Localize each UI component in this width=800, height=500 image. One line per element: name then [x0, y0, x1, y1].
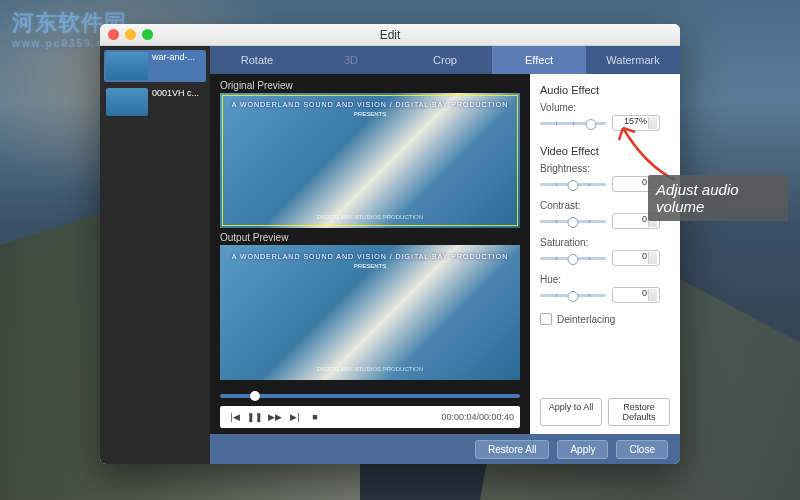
output-preview-label: Output Preview [220, 232, 520, 243]
pause-button[interactable]: ❚❚ [246, 409, 264, 425]
volume-field[interactable]: 157% [612, 115, 660, 131]
frame-presents-text: PRESENTS [220, 263, 520, 269]
brightness-label: Brightness: [540, 163, 670, 174]
frame-bottom-text: DIGITAL BAY STUDIOS PRODUCTION [220, 214, 520, 220]
tab-effect[interactable]: Effect [492, 46, 586, 74]
file-name-label: war-and-... [152, 52, 195, 63]
restore-all-button[interactable]: Restore All [475, 440, 549, 459]
tab-crop[interactable]: Crop [398, 46, 492, 74]
restore-defaults-button[interactable]: Restore Defaults [608, 398, 670, 426]
seek-slider[interactable] [220, 394, 520, 398]
video-effect-title: Video Effect [540, 145, 670, 157]
deinterlacing-label: Deinterlacing [557, 314, 615, 325]
file-sidebar: war-and-... 0001VH c... [100, 46, 210, 464]
bottom-bar: Restore All Apply Close [210, 434, 680, 464]
apply-to-all-button[interactable]: Apply to All [540, 398, 602, 426]
next-frame-button[interactable]: ▶▶ [266, 409, 284, 425]
hue-label: Hue: [540, 274, 670, 285]
contrast-slider[interactable] [540, 220, 606, 223]
skip-forward-button[interactable]: ▶| [286, 409, 304, 425]
saturation-slider[interactable] [540, 257, 606, 260]
saturation-field[interactable]: 0 [612, 250, 660, 266]
edit-window: Edit war-and-... 0001VH c... Rotate 3D C… [100, 24, 680, 464]
file-item[interactable]: 0001VH c... [104, 86, 206, 118]
stop-button[interactable]: ■ [306, 409, 324, 425]
window-title: Edit [100, 28, 680, 42]
transport-bar: |◀ ❚❚ ▶▶ ▶| ■ 00:00:04/00:00:40 [220, 384, 520, 428]
preview-panel: Original Preview A WONDERLAND SOUND AND … [210, 74, 530, 434]
effect-panel: Audio Effect Volume: 157% Video Effect B… [530, 74, 680, 434]
file-thumbnail [106, 52, 148, 80]
file-thumbnail [106, 88, 148, 116]
original-preview-label: Original Preview [220, 80, 520, 91]
saturation-label: Saturation: [540, 237, 670, 248]
volume-slider[interactable] [540, 122, 606, 125]
output-preview: A WONDERLAND SOUND AND VISION / DIGITAL … [220, 245, 520, 380]
prev-frame-button[interactable]: |◀ [226, 409, 244, 425]
hue-slider[interactable] [540, 294, 606, 297]
tab-3d: 3D [304, 46, 398, 74]
frame-presents-text: PRESENTS [220, 111, 520, 117]
deinterlacing-checkbox[interactable] [540, 313, 552, 325]
edit-tabs: Rotate 3D Crop Effect Watermark [210, 46, 680, 74]
apply-button[interactable]: Apply [557, 440, 608, 459]
volume-label: Volume: [540, 102, 670, 113]
file-item[interactable]: war-and-... [104, 50, 206, 82]
window-titlebar[interactable]: Edit [100, 24, 680, 46]
tab-rotate[interactable]: Rotate [210, 46, 304, 74]
close-button[interactable]: Close [616, 440, 668, 459]
annotation-callout: Adjust audio volume [648, 175, 788, 221]
tab-watermark[interactable]: Watermark [586, 46, 680, 74]
frame-title-text: A WONDERLAND SOUND AND VISION / DIGITAL … [220, 101, 520, 108]
frame-title-text: A WONDERLAND SOUND AND VISION / DIGITAL … [220, 253, 520, 260]
hue-field[interactable]: 0 [612, 287, 660, 303]
audio-effect-title: Audio Effect [540, 84, 670, 96]
timecode-label: 00:00:04/00:00:40 [441, 412, 514, 422]
frame-bottom-text: DIGITAL BAY STUDIOS PRODUCTION [220, 366, 520, 372]
file-name-label: 0001VH c... [152, 88, 199, 99]
brightness-slider[interactable] [540, 183, 606, 186]
original-preview[interactable]: A WONDERLAND SOUND AND VISION / DIGITAL … [220, 93, 520, 228]
